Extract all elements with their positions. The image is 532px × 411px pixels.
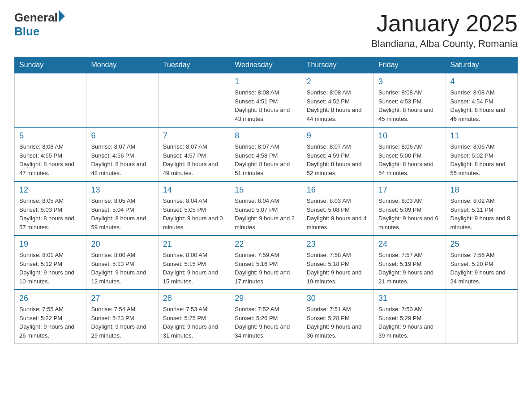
calendar-cell: 19Sunrise: 8:01 AM Sunset: 5:12 PM Dayli… xyxy=(15,235,86,290)
day-info: Sunrise: 8:03 AM Sunset: 5:09 PM Dayligh… xyxy=(378,197,441,231)
calendar-cell xyxy=(158,73,230,127)
calendar-cell: 31Sunrise: 7:50 AM Sunset: 5:29 PM Dayli… xyxy=(374,290,446,344)
calendar-cell: 13Sunrise: 8:05 AM Sunset: 5:04 PM Dayli… xyxy=(86,181,158,235)
day-info: Sunrise: 8:02 AM Sunset: 5:11 PM Dayligh… xyxy=(450,197,513,231)
day-info: Sunrise: 7:50 AM Sunset: 5:29 PM Dayligh… xyxy=(378,305,441,340)
day-number: 20 xyxy=(91,240,153,249)
day-info: Sunrise: 8:08 AM Sunset: 4:53 PM Dayligh… xyxy=(378,88,441,123)
day-number: 14 xyxy=(163,185,225,195)
day-number: 16 xyxy=(307,185,369,195)
calendar-subtitle: Blandiana, Alba County, Romania xyxy=(371,38,518,50)
calendar-cell: 5Sunrise: 8:08 AM Sunset: 4:55 PM Daylig… xyxy=(15,127,86,181)
calendar-cell xyxy=(446,290,517,344)
day-number: 9 xyxy=(307,131,369,141)
logo-triangle-icon xyxy=(59,10,65,22)
day-number: 26 xyxy=(19,294,82,303)
day-info: Sunrise: 7:59 AM Sunset: 5:16 PM Dayligh… xyxy=(235,251,297,286)
day-number: 5 xyxy=(19,131,82,141)
calendar-cell: 7Sunrise: 8:07 AM Sunset: 4:57 PM Daylig… xyxy=(158,127,230,181)
calendar-cell xyxy=(86,73,158,127)
day-number: 27 xyxy=(91,294,153,303)
logo-blue-text: Blue xyxy=(14,25,39,38)
day-info: Sunrise: 7:52 AM Sunset: 5:26 PM Dayligh… xyxy=(235,305,297,340)
logo: General Blue xyxy=(14,11,65,39)
calendar-cell: 8Sunrise: 8:07 AM Sunset: 4:58 PM Daylig… xyxy=(230,127,302,181)
day-info: Sunrise: 8:07 AM Sunset: 4:59 PM Dayligh… xyxy=(307,142,369,177)
week-row-1: 1Sunrise: 8:08 AM Sunset: 4:51 PM Daylig… xyxy=(15,73,518,127)
day-number: 31 xyxy=(378,294,441,303)
calendar-cell xyxy=(15,73,86,127)
day-number: 1 xyxy=(235,77,297,86)
day-info: Sunrise: 8:04 AM Sunset: 5:05 PM Dayligh… xyxy=(163,197,225,231)
day-info: Sunrise: 8:07 AM Sunset: 4:57 PM Dayligh… xyxy=(163,142,225,177)
calendar-cell: 3Sunrise: 8:08 AM Sunset: 4:53 PM Daylig… xyxy=(374,73,446,127)
day-number: 25 xyxy=(450,240,513,249)
calendar-cell: 17Sunrise: 8:03 AM Sunset: 5:09 PM Dayli… xyxy=(374,181,446,235)
calendar-cell: 18Sunrise: 8:02 AM Sunset: 5:11 PM Dayli… xyxy=(446,181,517,235)
calendar-cell: 24Sunrise: 7:57 AM Sunset: 5:19 PM Dayli… xyxy=(374,235,446,290)
day-info: Sunrise: 8:04 AM Sunset: 5:07 PM Dayligh… xyxy=(235,197,297,231)
day-info: Sunrise: 8:07 AM Sunset: 4:56 PM Dayligh… xyxy=(91,142,153,177)
day-number: 2 xyxy=(307,77,369,86)
day-number: 11 xyxy=(450,131,513,141)
calendar-cell: 27Sunrise: 7:54 AM Sunset: 5:23 PM Dayli… xyxy=(86,290,158,344)
day-number: 4 xyxy=(450,77,513,86)
day-info: Sunrise: 8:08 AM Sunset: 4:55 PM Dayligh… xyxy=(19,142,82,177)
day-number: 7 xyxy=(163,131,225,141)
day-number: 23 xyxy=(307,240,369,249)
page-header: General Blue January 2025 Blandiana, Alb… xyxy=(14,11,518,50)
day-info: Sunrise: 8:03 AM Sunset: 5:08 PM Dayligh… xyxy=(307,197,369,231)
col-saturday: Saturday xyxy=(446,57,517,73)
calendar-cell: 20Sunrise: 8:00 AM Sunset: 5:13 PM Dayli… xyxy=(86,235,158,290)
calendar-cell: 9Sunrise: 8:07 AM Sunset: 4:59 PM Daylig… xyxy=(302,127,373,181)
calendar-cell: 2Sunrise: 8:08 AM Sunset: 4:52 PM Daylig… xyxy=(302,73,373,127)
day-info: Sunrise: 8:08 AM Sunset: 4:54 PM Dayligh… xyxy=(450,88,513,123)
day-number: 10 xyxy=(378,131,441,141)
day-info: Sunrise: 8:00 AM Sunset: 5:15 PM Dayligh… xyxy=(163,251,225,286)
calendar-cell: 11Sunrise: 8:06 AM Sunset: 5:02 PM Dayli… xyxy=(446,127,517,181)
calendar-cell: 6Sunrise: 8:07 AM Sunset: 4:56 PM Daylig… xyxy=(86,127,158,181)
day-info: Sunrise: 8:08 AM Sunset: 4:51 PM Dayligh… xyxy=(235,88,297,123)
day-info: Sunrise: 7:53 AM Sunset: 5:25 PM Dayligh… xyxy=(163,305,225,340)
calendar-cell: 1Sunrise: 8:08 AM Sunset: 4:51 PM Daylig… xyxy=(230,73,302,127)
week-row-2: 5Sunrise: 8:08 AM Sunset: 4:55 PM Daylig… xyxy=(15,127,518,181)
day-number: 28 xyxy=(163,294,225,303)
day-number: 6 xyxy=(91,131,153,141)
calendar-cell: 14Sunrise: 8:04 AM Sunset: 5:05 PM Dayli… xyxy=(158,181,230,235)
week-row-4: 19Sunrise: 8:01 AM Sunset: 5:12 PM Dayli… xyxy=(15,235,518,290)
day-info: Sunrise: 8:06 AM Sunset: 5:00 PM Dayligh… xyxy=(378,142,441,177)
day-info: Sunrise: 7:54 AM Sunset: 5:23 PM Dayligh… xyxy=(91,305,153,340)
day-info: Sunrise: 8:05 AM Sunset: 5:03 PM Dayligh… xyxy=(19,197,82,231)
day-number: 21 xyxy=(163,240,225,249)
day-number: 17 xyxy=(378,185,441,195)
calendar-cell: 30Sunrise: 7:51 AM Sunset: 5:28 PM Dayli… xyxy=(302,290,373,344)
calendar-table: Sunday Monday Tuesday Wednesday Thursday… xyxy=(14,57,518,344)
day-info: Sunrise: 8:01 AM Sunset: 5:12 PM Dayligh… xyxy=(19,251,82,286)
day-info: Sunrise: 8:05 AM Sunset: 5:04 PM Dayligh… xyxy=(91,197,153,231)
day-info: Sunrise: 8:06 AM Sunset: 5:02 PM Dayligh… xyxy=(450,142,513,177)
col-sunday: Sunday xyxy=(15,57,86,73)
day-number: 13 xyxy=(91,185,153,195)
calendar-cell: 25Sunrise: 7:56 AM Sunset: 5:20 PM Dayli… xyxy=(446,235,517,290)
week-row-5: 26Sunrise: 7:55 AM Sunset: 5:22 PM Dayli… xyxy=(15,290,518,344)
day-info: Sunrise: 7:57 AM Sunset: 5:19 PM Dayligh… xyxy=(378,251,441,286)
col-monday: Monday xyxy=(86,57,158,73)
col-thursday: Thursday xyxy=(302,57,373,73)
day-number: 19 xyxy=(19,240,82,249)
week-row-3: 12Sunrise: 8:05 AM Sunset: 5:03 PM Dayli… xyxy=(15,181,518,235)
calendar-cell: 12Sunrise: 8:05 AM Sunset: 5:03 PM Dayli… xyxy=(15,181,86,235)
col-tuesday: Tuesday xyxy=(158,57,230,73)
day-number: 22 xyxy=(235,240,297,249)
day-number: 8 xyxy=(235,131,297,141)
day-info: Sunrise: 7:56 AM Sunset: 5:20 PM Dayligh… xyxy=(450,251,513,286)
calendar-title: January 2025 xyxy=(371,11,518,36)
calendar-cell: 26Sunrise: 7:55 AM Sunset: 5:22 PM Dayli… xyxy=(15,290,86,344)
day-info: Sunrise: 8:08 AM Sunset: 4:52 PM Dayligh… xyxy=(307,88,369,123)
day-number: 24 xyxy=(378,240,441,249)
logo-general-text: General xyxy=(14,11,58,25)
day-number: 29 xyxy=(235,294,297,303)
col-friday: Friday xyxy=(374,57,446,73)
day-number: 30 xyxy=(307,294,369,303)
col-wednesday: Wednesday xyxy=(230,57,302,73)
day-info: Sunrise: 7:51 AM Sunset: 5:28 PM Dayligh… xyxy=(307,305,369,340)
